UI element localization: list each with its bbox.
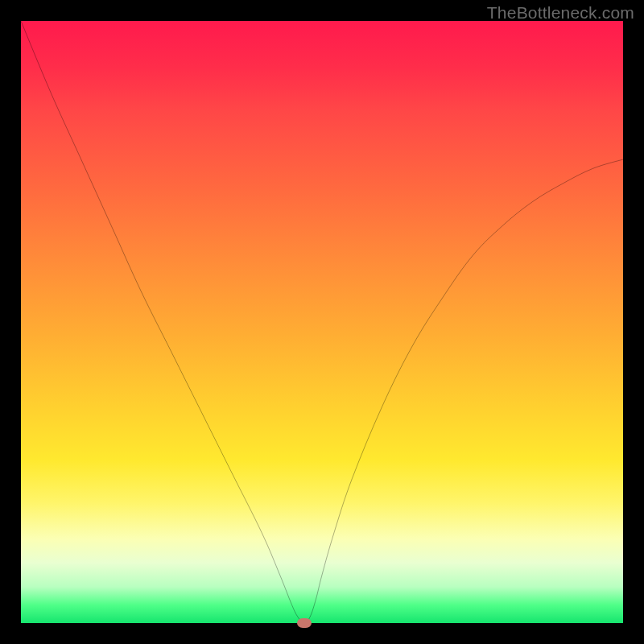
watermark-text: TheBottleneck.com [487,3,634,23]
plot-area [21,21,623,623]
curve-svg [21,21,623,623]
bottleneck-curve [21,21,623,623]
optimal-point-marker [297,618,312,628]
chart-frame: TheBottleneck.com [0,0,644,644]
